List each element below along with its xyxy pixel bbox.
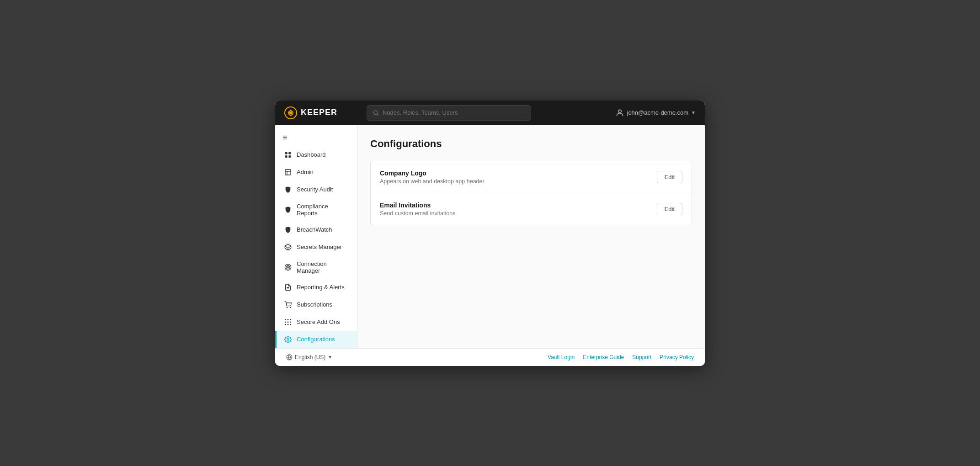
sidebar-item-reporting-alerts[interactable]: Reporting & Alerts [275,279,357,296]
svg-rect-9 [285,169,291,175]
edit-button-company-logo[interactable]: Edit [657,171,682,183]
sidebar-item-reporting-alerts-label: Reporting & Alerts [297,284,345,291]
language-label: English (US) [295,354,325,360]
svg-rect-23 [290,319,291,320]
sidebar-item-subscriptions-label: Subscriptions [297,301,332,308]
footer: English (US) ▼ Vault Login Enterprise Gu… [275,348,705,366]
footer-link-vault-login[interactable]: Vault Login [548,354,575,360]
sidebar-item-admin-label: Admin [297,169,314,175]
search-input[interactable] [383,109,525,116]
apps-icon [284,318,292,326]
config-row-company-logo: Company Logo Appears on web and desktop … [371,161,692,193]
sidebar-item-secure-addons-label: Secure Add Ons [297,318,340,325]
topbar: KEEPER john@acme-demo.com ▼ [275,101,705,125]
svg-point-30 [287,339,289,340]
globe-icon [286,354,293,360]
footer-link-enterprise-guide[interactable]: Enterprise Guide [583,354,624,360]
config-info-company-logo: Company Logo Appears on web and desktop … [380,169,657,185]
svg-rect-29 [290,324,291,325]
svg-rect-6 [288,152,291,154]
doc-icon [284,283,292,291]
gear-icon [284,335,292,344]
footer-link-support[interactable]: Support [632,354,651,360]
svg-point-20 [290,307,291,307]
svg-rect-5 [285,152,288,154]
sidebar-item-security-audit-label: Security Audit [297,186,333,193]
cart-icon [284,301,292,309]
svg-point-14 [285,264,291,270]
footer-links: Vault Login Enterprise Guide Support Pri… [548,354,694,360]
svg-point-15 [286,265,290,269]
sidebar-item-breachwatch[interactable]: BreachWatch [275,221,357,238]
content-area: Configurations Company Logo Appears on w… [357,125,705,348]
config-row-email-invitations: Email Invitations Send custom email invi… [371,193,692,225]
svg-point-16 [288,266,289,268]
user-email: john@acme-demo.com [627,109,689,116]
user-dropdown-chevron: ▼ [691,110,696,115]
layers-icon [284,243,292,251]
app-window: KEEPER john@acme-demo.com ▼ ≡ [275,101,705,366]
svg-rect-26 [290,321,291,323]
sidebar-item-secure-addons[interactable]: Secure Add Ons [275,313,357,331]
search-bar[interactable] [367,105,531,121]
svg-rect-25 [288,321,289,323]
shield-alert-icon [284,226,292,234]
svg-rect-27 [285,324,286,325]
target-icon [284,263,292,271]
language-chevron: ▼ [328,355,332,360]
sidebar-item-configurations-label: Configurations [297,336,335,343]
shield-check-icon [284,206,292,214]
hamburger-button[interactable]: ≡ [275,129,357,146]
main-layout: ≡ Dashboard [275,125,705,348]
logo-area: KEEPER [284,106,357,119]
layout-icon [284,168,292,176]
svg-point-1 [289,111,292,114]
sidebar-item-security-audit[interactable]: Security Audit [275,181,357,198]
sidebar-item-dashboard-label: Dashboard [297,151,326,158]
grid-icon [284,151,292,159]
svg-point-4 [618,110,621,113]
svg-rect-28 [288,324,289,325]
language-selector[interactable]: English (US) ▼ [286,354,332,360]
svg-rect-7 [285,155,288,158]
logo-text: KEEPER [301,108,337,117]
sidebar-item-connection-manager[interactable]: Connection Manager [275,256,357,279]
config-desc-company-logo: Appears on web and desktop app header [380,178,657,185]
svg-rect-8 [288,155,291,158]
search-icon [373,110,379,116]
svg-line-3 [377,114,378,115]
config-label-company-logo: Company Logo [380,169,657,177]
sidebar-item-dashboard[interactable]: Dashboard [275,146,357,164]
sidebar-item-connection-manager-label: Connection Manager [297,260,350,274]
footer-link-privacy-policy[interactable]: Privacy Policy [660,354,694,360]
sidebar: ≡ Dashboard [275,125,357,348]
user-avatar-icon [615,108,624,117]
sidebar-item-compliance-reports[interactable]: Compliance Reports [275,198,357,221]
svg-rect-22 [288,319,289,320]
sidebar-item-compliance-reports-label: Compliance Reports [297,203,350,217]
config-desc-email-invitations: Send custom email invitations [380,210,657,217]
sidebar-item-secrets-manager-label: Secrets Manager [297,244,342,250]
edit-button-email-invitations[interactable]: Edit [657,203,682,215]
sidebar-item-subscriptions[interactable]: Subscriptions [275,296,357,313]
page-title: Configurations [370,138,692,150]
sidebar-item-breachwatch-label: BreachWatch [297,226,332,233]
sidebar-item-admin[interactable]: Admin [275,164,357,181]
config-info-email-invitations: Email Invitations Send custom email invi… [380,201,657,217]
svg-rect-24 [285,321,286,323]
config-card: Company Logo Appears on web and desktop … [370,161,692,225]
sidebar-item-secrets-manager[interactable]: Secrets Manager [275,238,357,256]
shield-icon [284,185,292,194]
sidebar-item-configurations[interactable]: Configurations [275,331,357,348]
svg-point-2 [373,111,377,114]
user-area[interactable]: john@acme-demo.com ▼ [615,108,696,117]
keeper-logo-icon [284,106,297,119]
config-label-email-invitations: Email Invitations [380,201,657,209]
svg-rect-21 [285,319,286,320]
svg-point-19 [287,307,287,307]
